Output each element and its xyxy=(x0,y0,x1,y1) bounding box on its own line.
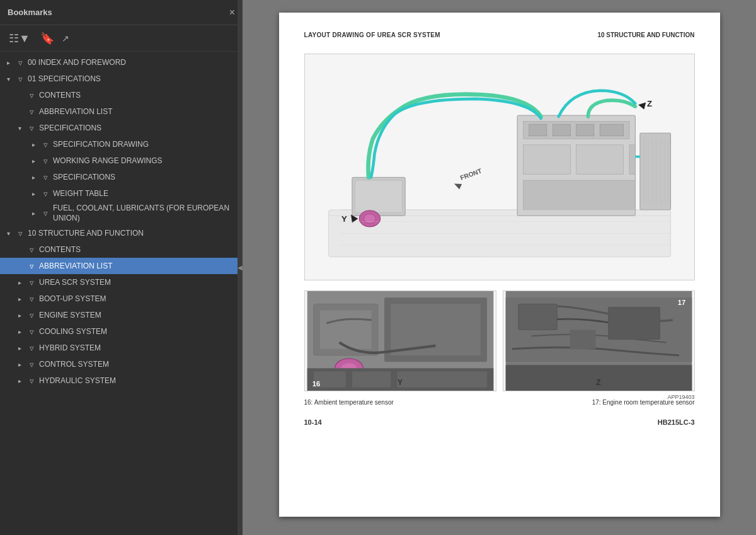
bookmark-item-10-engine[interactable]: ▸▿ENGINE SYSTEM xyxy=(0,307,243,323)
bookmark-item-10-abbr[interactable]: ▿ABBREVIATION LIST xyxy=(0,258,243,274)
main-diagram: Z Y FRONT xyxy=(304,54,695,280)
bookmark-item-00-index[interactable]: ▸▿00 INDEX AND FOREWORD xyxy=(0,54,243,71)
expander-01-specs[interactable]: ▾ xyxy=(4,76,13,83)
svg-rect-38 xyxy=(391,304,481,355)
list-view-button[interactable]: ☷▼ xyxy=(6,30,33,47)
expander-10-control[interactable]: ▸ xyxy=(15,361,24,368)
expander-01-specs-sub2[interactable]: ▸ xyxy=(29,174,38,181)
bookmark-icon-10-contents: ▿ xyxy=(26,245,37,255)
bookmark-item-10-structure[interactable]: ▾▿10 STRUCTURE AND FUNCTION xyxy=(0,225,243,241)
item-label-10-abbr: ABBREVIATION LIST xyxy=(39,262,239,270)
expander-01-fuel[interactable]: ▸ xyxy=(29,210,38,217)
bookmark-icon-10-control: ▿ xyxy=(26,360,37,369)
bookmark-item-10-hybrid[interactable]: ▸▿HYBRID SYSTEM xyxy=(0,340,243,356)
expander-01-specs-sub[interactable]: ▾ xyxy=(15,125,24,132)
document-page: LAYOUT DRAWING OF UREA SCR SYSTEM 10 STR… xyxy=(279,13,720,517)
bookmark-icon-10-structure: ▿ xyxy=(15,229,25,238)
bookmark-item-01-weight[interactable]: ▸▿WEIGHT TABLE xyxy=(0,185,243,202)
svg-rect-21 xyxy=(355,180,402,213)
expander-10-engine[interactable]: ▸ xyxy=(15,312,24,319)
bookmark-item-10-cooling[interactable]: ▸▿COOLING SYSTEM xyxy=(0,323,243,340)
item-label-10-structure: 10 STRUCTURE AND FUNCTION xyxy=(28,229,239,238)
sub-svg-right: 17 xyxy=(503,291,694,391)
item-label-10-hydraulic: HYDRAULIC SYSTEM xyxy=(39,376,239,385)
sidebar-header: Bookmarks × xyxy=(0,0,243,25)
bookmark-item-01-contents[interactable]: ▿CONTENTS xyxy=(0,87,243,103)
bookmark-icon-01-specs-sub2: ▿ xyxy=(40,173,50,182)
expander-01-weight[interactable]: ▸ xyxy=(29,190,38,197)
item-label-10-cooling: COOLING SYSTEM xyxy=(39,327,239,336)
expander-10-hybrid[interactable]: ▸ xyxy=(15,345,24,352)
sub-right-label: Z xyxy=(596,378,600,387)
item-label-00-index: 00 INDEX AND FOREWORD xyxy=(28,58,239,67)
close-button[interactable]: × xyxy=(229,8,235,18)
sub-diagram-left: 16 Y xyxy=(304,291,496,391)
bookmark-icon-10-engine: ▿ xyxy=(26,311,37,320)
expander-10-structure[interactable]: ▾ xyxy=(4,230,13,237)
bookmark-item-10-control[interactable]: ▸▿CONTROL SYSTEM xyxy=(0,356,243,372)
item-label-10-hybrid: HYBRID SYSTEM xyxy=(39,343,239,352)
bookmark-icon-01-contents: ▿ xyxy=(26,91,37,100)
svg-text:Y: Y xyxy=(341,214,347,224)
expander-10-cooling[interactable]: ▸ xyxy=(15,328,24,335)
expander-01-working-range[interactable]: ▸ xyxy=(29,158,38,164)
sidebar-title: Bookmarks xyxy=(8,8,52,17)
bookmark-item-01-spec-drawing[interactable]: ▸▿SPECIFICATION DRAWING xyxy=(0,136,243,152)
svg-rect-8 xyxy=(523,145,570,175)
list-icon: ☷▼ xyxy=(9,32,30,45)
bookmark-button[interactable]: 🔖 xyxy=(38,30,57,47)
resize-handle[interactable] xyxy=(238,0,243,535)
expander-00-index[interactable]: ▸ xyxy=(4,59,13,66)
bookmark-icon-01-specs: ▿ xyxy=(15,74,25,84)
svg-rect-6 xyxy=(576,124,593,136)
bookmark-icon-10-abbr: ▿ xyxy=(26,262,37,271)
bookmark-icon-01-spec-drawing: ▿ xyxy=(40,140,50,149)
item-label-10-engine: ENGINE SYSTEM xyxy=(39,311,239,319)
bookmark-icon-10-hybrid: ▿ xyxy=(26,343,37,353)
bookmark-item-01-fuel[interactable]: ▸▿FUEL, COOLANT, LUBRICANTS (FOR EUROPEA… xyxy=(0,202,243,225)
item-label-01-specs-sub: SPECIFICATIONS xyxy=(39,124,239,132)
item-label-01-weight: WEIGHT TABLE xyxy=(53,189,239,198)
item-label-10-control: CONTROL SYSTEM xyxy=(39,360,239,369)
svg-rect-5 xyxy=(553,124,570,136)
bookmark-item-01-specs-sub[interactable]: ▾▿SPECIFICATIONS xyxy=(0,120,243,136)
bookmark-item-10-bootup[interactable]: ▸▿BOOT-UP SYSTEM xyxy=(0,291,243,307)
sub-left-label: Y xyxy=(398,378,403,387)
bookmark-icon-01-working-range: ▿ xyxy=(40,156,50,166)
page-number: 10-14 xyxy=(304,418,322,426)
diagram-bottom: 16 Y xyxy=(304,291,695,391)
expander-01-spec-drawing[interactable]: ▸ xyxy=(29,141,38,148)
bookmark-icon-01-fuel: ▿ xyxy=(40,209,50,218)
app-code: APP19403 xyxy=(667,394,694,396)
item-label-01-abbr: ABBREVIATION LIST xyxy=(39,107,239,116)
sidebar-toolbar: ☷▼ 🔖 ↗ xyxy=(0,25,243,52)
expander-10-bootup[interactable]: ▸ xyxy=(15,296,24,302)
page-footer: 10-14 HB215LC-3 xyxy=(304,418,695,426)
bookmark-icon-10-urea: ▿ xyxy=(26,278,37,287)
expander-10-hydraulic[interactable]: ▸ xyxy=(15,377,24,384)
item-label-01-specs: 01 SPECIFICATIONS xyxy=(28,74,239,83)
bookmark-item-10-contents[interactable]: ▿CONTENTS xyxy=(0,241,243,258)
bookmark-item-01-working-range[interactable]: ▸▿WORKING RANGE DRAWINGS xyxy=(0,152,243,169)
captions: 16: Ambient temperature sensor 17: Engin… xyxy=(304,399,695,406)
page-header: LAYOUT DRAWING OF UREA SCR SYSTEM 10 STR… xyxy=(304,32,695,41)
svg-rect-4 xyxy=(529,124,546,136)
bookmark-item-01-specs[interactable]: ▾▿01 SPECIFICATIONS xyxy=(0,71,243,87)
svg-text:16: 16 xyxy=(312,380,319,388)
svg-rect-48 xyxy=(518,304,557,330)
bookmark-item-10-hydraulic[interactable]: ▸▿HYDRAULIC SYSTEM xyxy=(0,372,243,389)
item-label-01-fuel: FUEL, COOLANT, LUBRICANTS (FOR EUROPEAN … xyxy=(53,204,239,223)
bookmark-item-01-abbr[interactable]: ▿ABBREVIATION LIST xyxy=(0,103,243,120)
svg-rect-11 xyxy=(523,180,635,210)
svg-marker-29 xyxy=(454,181,462,190)
svg-rect-12 xyxy=(639,133,670,210)
svg-rect-44 xyxy=(397,371,487,387)
svg-text:17: 17 xyxy=(677,299,685,306)
bookmark-item-01-specs-sub2[interactable]: ▸▿SPECIFICATIONS xyxy=(0,169,243,185)
cursor-icon: ↗ xyxy=(62,33,69,43)
bookmark-item-10-urea[interactable]: ▸▿UREA SCR SYSTEM xyxy=(0,274,243,291)
sidebar: Bookmarks × ☷▼ 🔖 ↗ ▸▿00 INDEX AND FOREWO… xyxy=(0,0,243,535)
expander-10-urea[interactable]: ▸ xyxy=(15,279,24,286)
bookmark-icon-01-abbr: ▿ xyxy=(26,107,37,117)
item-label-10-contents: CONTENTS xyxy=(39,245,239,254)
